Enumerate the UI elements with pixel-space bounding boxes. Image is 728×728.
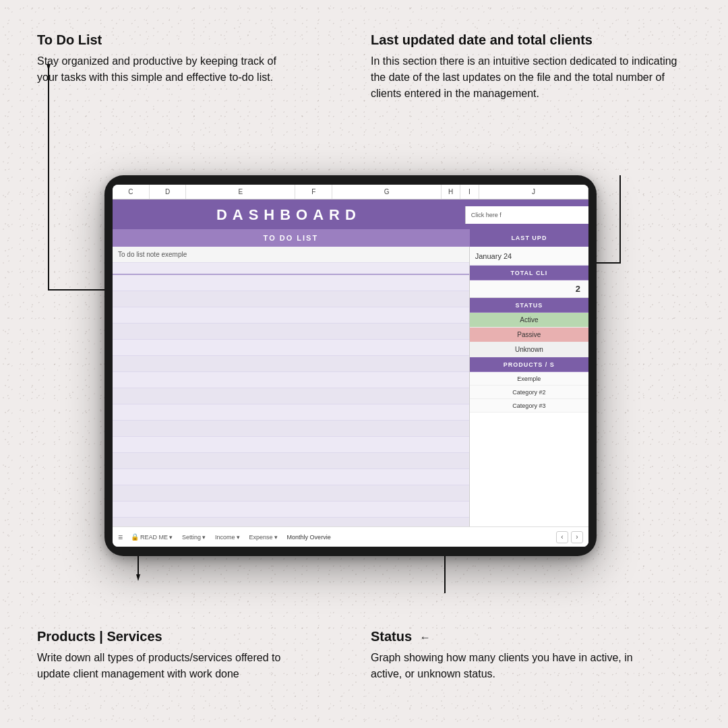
todo-line-14 (113, 485, 469, 502)
todo-line-8 (113, 388, 469, 404)
svg-marker-2 (136, 574, 140, 581)
todo-list-label: TO DO LIST (264, 234, 319, 242)
todo-line-11 (113, 437, 469, 453)
tab-bar[interactable]: ≡ 🔒 READ ME ▾ Setting ▾ Income ▾ Expense… (113, 526, 588, 547)
product-1-label: Exemple (517, 375, 541, 382)
page: To Do List Stay organized and productive… (0, 0, 728, 728)
tab-expense-label: Expense (249, 534, 273, 541)
col-f: F (295, 185, 332, 199)
tab-setting-label: Setting (182, 534, 201, 541)
right-panel: January 24 TOTAL CLI 2 STATUS (469, 247, 588, 547)
tab-setting[interactable]: Setting ▾ (178, 533, 210, 542)
dashboard-click-cell: Click here f (465, 206, 588, 224)
annotation-status-title-text: Status (371, 629, 412, 644)
todo-line-5 (113, 340, 469, 356)
total-clients-header: TOTAL CLI (470, 266, 588, 280)
status-active-label: Active (520, 316, 538, 324)
todo-line-7 (113, 372, 469, 388)
tab-expense-arrow: ▾ (274, 534, 278, 541)
status-active-row: Active (470, 313, 588, 328)
todo-line-3 (113, 307, 469, 324)
todo-line-1 (113, 275, 469, 291)
tab-readme[interactable]: 🔒 READ ME ▾ (127, 532, 177, 542)
todo-divider (113, 263, 469, 275)
todo-line-9 (113, 404, 469, 421)
tab-readme-label: READ ME (140, 534, 168, 541)
tab-expense[interactable]: Expense ▾ (245, 533, 282, 542)
last-updated-date-value: January 24 (475, 252, 512, 260)
product-3-label: Category #3 (512, 402, 545, 409)
last-upd-cell: LAST UPD (469, 229, 588, 247)
col-h: H (442, 185, 460, 199)
annotation-todo-title: To Do List (37, 32, 300, 48)
annotation-status-body: Graph showing how many clients you have … (371, 650, 654, 682)
tab-income-arrow: ▾ (237, 534, 240, 541)
status-header: STATUS (470, 298, 588, 313)
col-g: G (332, 185, 442, 199)
tab-monthly-overview[interactable]: Monthly Overvie (283, 533, 335, 542)
todo-note-text: To do list note exemple (118, 251, 187, 258)
annotation-status: Status ← Graph showing how many clients … (371, 629, 654, 682)
col-e: E (186, 185, 295, 199)
tablet-screen: C D E F G H I J DASHBOARD Click here f (113, 185, 588, 547)
todo-line-6 (113, 356, 469, 372)
annotation-products-body: Write down all types of products/service… (37, 650, 300, 682)
tab-monthly-overview-label: Monthly Overvie (287, 534, 331, 541)
todo-line-4 (113, 324, 469, 340)
annotation-todo-list: To Do List Stay organized and productive… (37, 32, 300, 86)
total-clients-value-cell: 2 (470, 280, 588, 298)
tab-income-label: Income (215, 534, 235, 541)
tab-next-button[interactable]: › (571, 531, 583, 543)
annotation-products-title: Products | Services (37, 629, 300, 644)
total-clients-value: 2 (576, 284, 580, 294)
status-passive-row: Passive (470, 328, 588, 342)
todo-label-cell: TO DO LIST (113, 234, 469, 242)
todo-area: To do list note exemple (113, 247, 469, 547)
dashboard-title: DASHBOARD (216, 206, 361, 224)
annotation-todo-body: Stay organized and productive by keeping… (37, 53, 300, 86)
todo-line-10 (113, 421, 469, 437)
product-row-1: Exemple (470, 372, 588, 386)
lock-icon: 🔒 (131, 533, 139, 541)
arrow-left-icon: ← (420, 632, 431, 643)
dashboard-title-cell: DASHBOARD (113, 206, 465, 224)
status-unknown-label: Unknown (515, 346, 543, 353)
menu-icon: ≡ (118, 533, 123, 542)
col-d: D (150, 185, 187, 199)
product-2-label: Category #2 (512, 389, 545, 396)
annotation-last-updated: Last updated date and total clients In t… (371, 32, 694, 102)
section-headers-row: TO DO LIST LAST UPD (113, 229, 588, 247)
todo-note-row: To do list note exemple (113, 247, 469, 263)
last-updated-date-cell: January 24 (470, 247, 588, 266)
annotation-last-updated-title: Last updated date and total clients (371, 32, 694, 48)
col-i: I (460, 185, 479, 199)
todo-line-13 (113, 469, 469, 485)
click-here-text: Click here f (471, 212, 502, 218)
todo-line-2 (113, 291, 469, 307)
tab-income[interactable]: Income ▾ (211, 533, 244, 542)
content-area: To do list note exemple (113, 247, 588, 547)
product-row-3: Category #3 (470, 399, 588, 413)
products-header: PRODUCTS / S (470, 357, 588, 372)
annotation-products: Products | Services Write down all types… (37, 629, 300, 682)
tab-navigation: ‹ › (556, 531, 583, 543)
product-row-2: Category #2 (470, 386, 588, 399)
status-passive-label: Passive (517, 331, 541, 338)
column-headers: C D E F G H I J (113, 185, 588, 200)
total-clients-label: TOTAL CLI (510, 270, 547, 276)
tablet: C D E F G H I J DASHBOARD Click here f (104, 175, 597, 556)
status-unknown-row: Unknown (470, 342, 588, 357)
last-upd-label: LAST UPD (511, 235, 547, 241)
status-label: STATUS (516, 302, 543, 309)
dashboard-header-row: DASHBOARD Click here f (113, 200, 588, 229)
todo-line-12 (113, 453, 469, 469)
products-label: PRODUCTS / S (504, 361, 555, 368)
tab-prev-button[interactable]: ‹ (556, 531, 568, 543)
todo-line-15 (113, 502, 469, 518)
annotation-last-updated-body: In this section there is an intuitive se… (371, 53, 694, 102)
col-c: C (113, 185, 150, 199)
tab-setting-arrow: ▾ (202, 534, 206, 541)
tab-readme-arrow: ▾ (169, 534, 173, 541)
col-j: J (479, 185, 588, 199)
annotation-status-title: Status ← (371, 629, 654, 644)
